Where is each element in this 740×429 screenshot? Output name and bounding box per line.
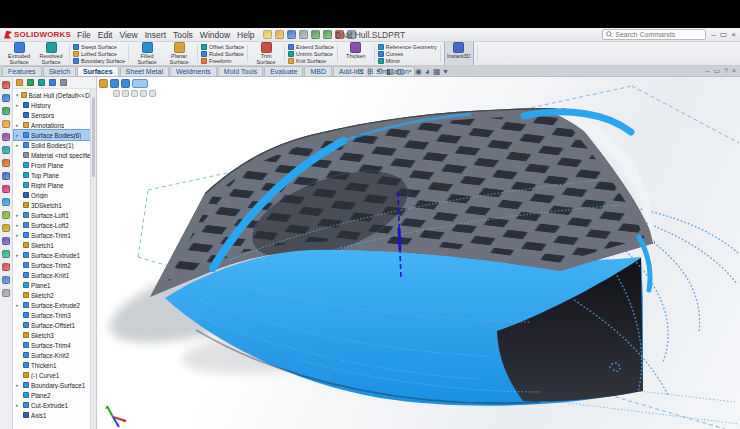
tree-item-sensors[interactable]: Sensors [14, 110, 96, 120]
options-icon[interactable] [347, 30, 356, 39]
tool-filled-surface[interactable]: Filled Surface [132, 42, 162, 66]
caret-icon[interactable]: ▸ [16, 102, 21, 108]
tree-item-front-plane[interactable]: Front Plane [14, 160, 96, 170]
tree-item-plane2[interactable]: Plane2 [14, 390, 96, 400]
breadcrumb-feature-icon[interactable] [121, 79, 130, 88]
view-orientation-icon[interactable]: ◫ [397, 67, 405, 76]
tree-item-boundary-surface1[interactable]: ▸Boundary-Surface1 [14, 380, 96, 390]
tree-item-sketch3[interactable]: Sketch3 [14, 330, 96, 340]
left-tool-icon-17[interactable] [2, 289, 10, 297]
caret-icon[interactable]: ▸ [16, 382, 21, 388]
tree-item-surface-trim1[interactable]: ▸Surface-Trim1 [14, 230, 96, 240]
configurationmanager-tab[interactable] [38, 79, 45, 86]
tool-ruled-surface[interactable]: Ruled Surface [201, 50, 244, 57]
caret-icon[interactable]: ▸ [16, 252, 21, 258]
caret-icon[interactable]: ▸ [16, 212, 21, 218]
search-input[interactable] [615, 31, 702, 38]
close-button[interactable]: × [731, 30, 736, 39]
left-tool-icon-2[interactable] [2, 94, 10, 102]
tree-item-sketch1[interactable]: Sketch1 [14, 240, 96, 250]
open-icon[interactable] [275, 30, 284, 39]
tree-item-cut-extrude1[interactable]: ▸Cut-Extrude1 [14, 400, 96, 410]
left-tool-icon-15[interactable] [2, 263, 10, 271]
tree-item-curve1[interactable]: (-) Curve1 [14, 370, 96, 380]
tab-sketch[interactable]: Sketch [43, 66, 76, 76]
tree-item-material-not-specif[interactable]: Material <not specified> [14, 150, 96, 160]
tool-trim-surface[interactable]: Trim Surface [251, 42, 281, 66]
restore-button[interactable]: ▭ [720, 30, 728, 39]
tool-freeform[interactable]: Freeform [201, 57, 231, 64]
section-view-icon[interactable]: ◧ [386, 67, 394, 76]
tree-item-surface-trim4[interactable]: Surface-Trim4 [14, 340, 96, 350]
left-tool-icon-11[interactable] [2, 211, 10, 219]
tree-item-right-plane[interactable]: Right Plane [14, 180, 96, 190]
breadcrumb-part-icon[interactable] [99, 79, 108, 88]
left-tool-icon-14[interactable] [2, 250, 10, 258]
caret-icon[interactable]: ▸ [16, 402, 21, 408]
breadcrumb-context-icon-3[interactable] [131, 90, 138, 97]
left-tool-icon-4[interactable] [2, 120, 10, 128]
tool-offset-surface[interactable]: Offset Surface [201, 43, 244, 50]
new-document-icon[interactable] [263, 30, 272, 39]
view-settings-icon[interactable]: ▾ [443, 67, 447, 76]
tree-item-solid-bodies-1[interactable]: ▸Solid Bodies(1) [14, 140, 96, 150]
menu-view[interactable]: View [119, 30, 137, 40]
left-tool-icon-3[interactable] [2, 107, 10, 115]
tree-item-surface-offset1[interactable]: Surface-Offset1 [14, 320, 96, 330]
left-tool-icon-9[interactable] [2, 185, 10, 193]
tree-item-surface-loft1[interactable]: ▸Surface-Loft1 [14, 210, 96, 220]
minimize-button[interactable]: – [711, 30, 715, 39]
tool-untrim-surface[interactable]: Untrim Surface [288, 50, 333, 57]
breadcrumb-context-icon-2[interactable] [122, 90, 129, 97]
breadcrumb-context-icon-1[interactable] [113, 90, 120, 97]
featuremanager-tab[interactable] [16, 79, 23, 86]
rebuild-icon[interactable] [335, 30, 344, 39]
tree-item-thicken1[interactable]: Thicken1 [14, 360, 96, 370]
tree-item-origin[interactable]: Origin [14, 190, 96, 200]
tool-extend-surface[interactable]: Extend Surface [288, 43, 334, 50]
display-style-icon[interactable]: ◔ [407, 67, 412, 76]
left-tool-icon-5[interactable] [2, 133, 10, 141]
tool-mirror[interactable]: Mirror [378, 57, 400, 64]
caret-icon[interactable]: ▸ [16, 232, 21, 238]
left-tool-icon-7[interactable] [2, 159, 10, 167]
caret-icon[interactable]: ▸ [16, 132, 21, 138]
menu-edit[interactable]: Edit [98, 30, 113, 40]
left-tool-icon-12[interactable] [2, 224, 10, 232]
search-box[interactable] [602, 29, 706, 40]
tool-swept-surface[interactable]: Swept Surface [73, 43, 117, 50]
tree-item-top-plane[interactable]: Top Plane [14, 170, 96, 180]
tree-item-history[interactable]: ▸History [14, 100, 96, 110]
tree-item-surface-bodies-6[interactable]: ▸Surface Bodies(6) [14, 130, 96, 140]
caret-icon[interactable]: ▸ [16, 222, 21, 228]
tree-item-surface-trim2[interactable]: Surface-Trim2 [14, 260, 96, 270]
tool-instant3d[interactable]: Instant3D [444, 42, 474, 66]
doc-close-button[interactable]: × [732, 67, 736, 75]
tab-mbd[interactable]: MBD [304, 66, 332, 76]
tree-item-plane1[interactable]: Plane1 [14, 280, 96, 290]
apply-scene-icon[interactable]: ▦ [433, 67, 441, 76]
breadcrumb-selected-chip[interactable] [132, 79, 148, 88]
tree-scrollbar-thumb[interactable] [92, 97, 95, 177]
tree-item-surface-trim3[interactable]: Surface-Trim3 [14, 310, 96, 320]
tab-weldments[interactable]: Weldments [170, 66, 217, 76]
caret-icon[interactable]: ▸ [16, 142, 21, 148]
left-tool-icon-1[interactable] [2, 81, 10, 89]
tool-lofted-surface[interactable]: Lofted Surface [73, 50, 117, 57]
tree-item-axis1[interactable]: Axis1 [14, 410, 96, 420]
zoom-to-area-icon[interactable]: ⊞ [367, 67, 374, 76]
left-tool-icon-16[interactable] [2, 276, 10, 284]
tool-curves[interactable]: Curves [378, 50, 403, 57]
hide-show-items-icon[interactable]: ◉ [415, 67, 422, 76]
tree-item-annotations[interactable]: ▸Annotations [14, 120, 96, 130]
breadcrumb-body-icon[interactable] [110, 79, 119, 88]
menu-file[interactable]: File [77, 30, 91, 40]
edit-appearance-icon[interactable]: ◕ [425, 67, 430, 76]
tab-features[interactable]: Features [2, 66, 42, 76]
tab-surfaces[interactable]: Surfaces [77, 66, 119, 76]
redo-icon[interactable] [323, 30, 332, 39]
doc-restore-button[interactable]: ▭ [713, 67, 720, 75]
doc-help-button[interactable]: ? [724, 67, 728, 75]
caret-icon[interactable]: ▸ [16, 122, 21, 128]
tool-planar-surface[interactable]: Planar Surface [164, 42, 194, 66]
